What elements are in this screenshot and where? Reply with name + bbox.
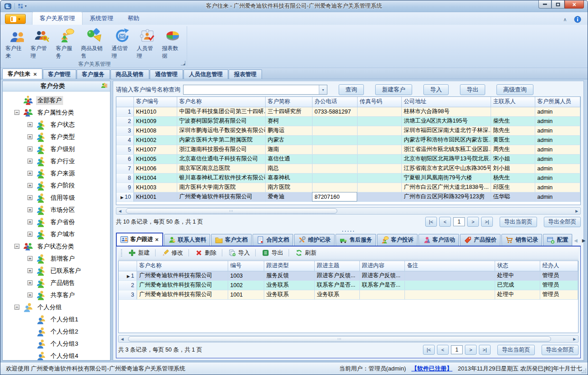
scroll-left-icon[interactable]: ◀ (119, 336, 126, 342)
qat-dropdown-icon[interactable]: ▾ (25, 4, 27, 8)
tab-scroll-right-icon[interactable]: ▶ (582, 238, 586, 243)
column-header[interactable]: 公司地址 (401, 97, 491, 107)
tree-expander-icon[interactable] (28, 280, 32, 285)
page-number-input[interactable]: 1 (451, 345, 463, 354)
detail-tab[interactable]: 配置 (543, 234, 572, 246)
export-current-page-button[interactable]: 导出当前页 (500, 217, 537, 227)
column-header[interactable]: 主联系人 (491, 97, 535, 107)
customer-row[interactable]: 8 KH1004 银川嘉泰神机工程软件技术有限公司 嘉泰神机 宁夏银川凤凰南街7… (116, 173, 580, 183)
customer-row[interactable]: 9 KH1003 南方医科大学南方医院 南方医院 广州市白云区广州大道北1838… (116, 183, 580, 192)
tree-expander-icon[interactable] (28, 232, 32, 237)
tree-expander-icon[interactable] (28, 134, 32, 139)
tree-item[interactable]: 客户来源 (3, 167, 110, 179)
qat-customize-icon[interactable] (18, 3, 23, 9)
tree-item[interactable]: 产品销售 (3, 277, 110, 289)
export-all-pages-button[interactable]: 导出全部页 (542, 345, 579, 355)
license-status-link[interactable]: 【软件已注册】 (411, 365, 452, 373)
horizontal-splitter[interactable] (116, 229, 581, 233)
detail-tab[interactable]: 售后服务 (335, 234, 376, 246)
tab-scroll-left-icon[interactable]: ◀ (574, 238, 578, 243)
tree-item[interactable]: 客户级别 (3, 143, 110, 155)
tree-item[interactable]: 个人分组4 (3, 350, 110, 360)
query-action-button[interactable]: 查询 (339, 84, 364, 95)
page-number-input[interactable]: 1 (453, 217, 465, 226)
detail-tab[interactable]: 联系人资料 (164, 234, 211, 246)
resize-grip[interactable] (582, 369, 586, 373)
tree-item[interactable]: 客户类型 (3, 131, 110, 143)
help-info-icon[interactable] (574, 16, 581, 23)
tree-item[interactable]: 客户阶段 (3, 179, 110, 192)
ribbon-big-button[interactable]: 商品及销售 (80, 27, 110, 60)
last-page-button[interactable]: >| (481, 217, 493, 227)
ribbon-tab[interactable]: 客户关系管理 (32, 12, 83, 25)
collapse-ribbon-icon[interactable]: ∧ (563, 17, 567, 23)
tab-close-icon[interactable]: × (33, 71, 37, 77)
document-tab[interactable]: 人员信息管理 (184, 69, 228, 79)
column-header[interactable] (116, 97, 133, 107)
tree-item[interactable]: 已联系客户 (3, 265, 110, 277)
toolbar-button[interactable]: 刷新 (293, 247, 319, 258)
column-header[interactable]: 客户所属人员 (535, 97, 580, 107)
detail-tab[interactable]: 客户活动 (418, 234, 459, 246)
column-header[interactable] (119, 261, 137, 271)
tree-expander-icon[interactable] (28, 256, 32, 261)
followup-row[interactable]: 2 广州爱奇迪软件科技有限公司 1002 业务联系 联系客户是否... 联系客户… (119, 280, 578, 290)
tree-expander-icon[interactable] (28, 171, 32, 176)
toolbar-button[interactable]: 导出 (260, 247, 285, 258)
ribbon-tab[interactable]: 帮助 (120, 12, 147, 25)
next-page-button[interactable]: > (465, 345, 477, 355)
first-page-button[interactable]: |< (425, 217, 437, 227)
document-tab[interactable]: 通信管理 (150, 69, 183, 79)
tree-item[interactable]: 个人分组3 (3, 338, 110, 350)
toolbar-button[interactable]: 导入 (226, 247, 252, 258)
followup-row[interactable]: 3 广州爱奇迪软件科技有限公司 1001 业务联系 业务联系 处理中 管理员 (119, 290, 578, 299)
column-header[interactable]: 经办人 (540, 261, 578, 271)
tree-expander-icon[interactable] (28, 268, 32, 273)
prev-page-button[interactable]: < (437, 345, 449, 355)
horizontal-scrollbar[interactable]: ◀ ▶ (116, 207, 581, 215)
scrollbar-thumb[interactable] (128, 336, 551, 342)
toolbar-button[interactable]: 新建 (126, 247, 152, 258)
document-tab[interactable]: 客户管理 (43, 69, 76, 79)
toolbar-button[interactable]: 修改 (160, 247, 185, 258)
document-tab[interactable]: 客户服务 (77, 69, 110, 79)
group-dialog-launcher-icon[interactable] (181, 61, 185, 65)
toolbar-grip[interactable] (121, 249, 122, 256)
detail-tab[interactable]: 客户投诉 (377, 234, 418, 246)
column-header[interactable]: 客户简称 (265, 97, 312, 107)
column-header[interactable]: 客户名称 (177, 97, 265, 107)
close-button[interactable]: × (565, 0, 584, 9)
app-logo-icon[interactable] (4, 3, 12, 10)
column-header[interactable]: 备注 (404, 261, 495, 271)
detail-tab[interactable]: 销售记录 (501, 234, 542, 246)
customer-row[interactable]: 2 KH1009 宁波赛柯国际贸易有限公司 赛柯 洪塘工业A区洪大路195号 柴… (116, 116, 580, 126)
scroll-right-icon[interactable]: ▶ (573, 208, 580, 214)
column-header[interactable]: 传真号码 (357, 97, 401, 107)
detail-tab[interactable]: 合同文档 (253, 234, 293, 246)
query-action-button[interactable]: 导入 (423, 84, 449, 95)
detail-tab[interactable]: 维护记录 (294, 234, 335, 246)
export-all-pages-button[interactable]: 导出全部页 (544, 217, 581, 227)
tree-expander-icon[interactable] (14, 244, 19, 249)
column-header[interactable]: 跟进内容 (359, 261, 404, 271)
tree-expander-icon[interactable] (28, 122, 32, 127)
ribbon-big-button[interactable]: 客户往来 (4, 27, 28, 60)
column-header[interactable]: 跟进类型 (264, 261, 314, 271)
column-header[interactable]: 客户名称 (137, 261, 228, 271)
tree-expander-icon[interactable] (28, 207, 32, 212)
tree-item[interactable]: 信用等级 (3, 192, 110, 204)
customer-search-combo[interactable]: ▼ (183, 85, 327, 95)
maximize-button[interactable] (551, 0, 565, 9)
tree-expander-icon[interactable] (14, 305, 19, 310)
customer-row[interactable]: 7 KH1006 南京军区南京总医院 南总 江苏省南京市玄武区中山东路305号 … (116, 164, 580, 173)
customer-row[interactable]: 5 KH1007 浙江迦南科技股份有限公司 迦南 浙江省温州市瓯北镇东瓯工业区园… (116, 145, 580, 154)
column-header[interactable]: 跟进主题 (314, 261, 359, 271)
tree-item[interactable]: 客户省份 (3, 216, 110, 228)
next-page-button[interactable]: > (467, 217, 479, 227)
scroll-right-icon[interactable]: ▶ (571, 336, 578, 342)
prev-page-button[interactable]: < (439, 217, 451, 227)
tree-item[interactable]: 市场分区 (3, 204, 110, 216)
export-current-page-button[interactable]: 导出当前页 (497, 345, 535, 355)
column-header[interactable]: 办公电话 (312, 97, 357, 107)
ribbon-big-button[interactable]: 报表数据 (161, 27, 185, 60)
